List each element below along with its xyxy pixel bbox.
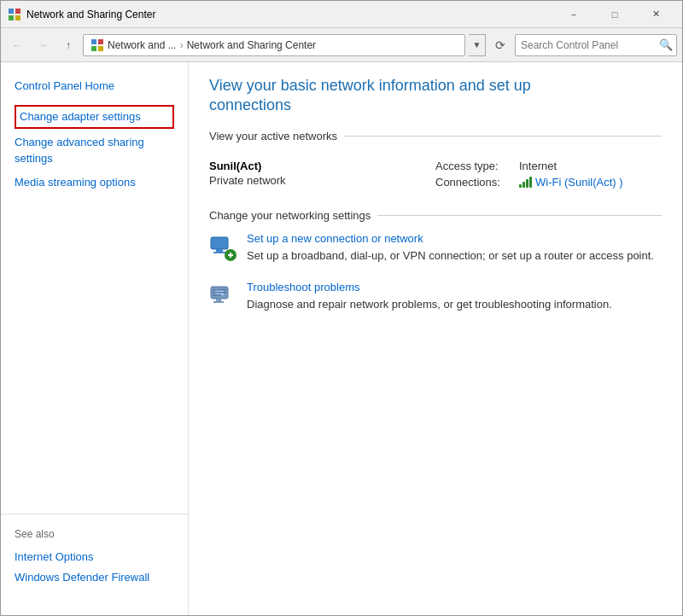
path-part1: Network and ... — [108, 39, 177, 51]
troubleshoot-icon — [209, 282, 236, 310]
svg-rect-20 — [213, 294, 221, 296]
see-also-label: See also — [15, 528, 174, 540]
svg-rect-4 — [91, 39, 96, 44]
svg-rect-3 — [15, 15, 20, 20]
address-bar: ← → ↑ Network and ... › Network and Shar… — [1, 28, 682, 62]
svg-rect-1 — [15, 9, 20, 14]
search-input[interactable] — [516, 39, 656, 51]
refresh-button[interactable]: ⟳ — [489, 34, 511, 56]
forward-button[interactable]: → — [32, 34, 54, 56]
path-icon — [90, 38, 104, 52]
active-networks-header: View your active networks — [209, 130, 662, 142]
sidebar-see-also: See also Internet Options Windows Defend… — [1, 514, 188, 601]
sidebar-item-control-panel-home[interactable]: Control Panel Home — [15, 76, 174, 96]
network-card: Sunil(Act) Private network Access type: … — [209, 153, 662, 195]
network-info: Sunil(Act) Private network — [209, 160, 435, 189]
sidebar-item-media-streaming[interactable]: Media streaming options — [15, 172, 174, 193]
access-type-value: Internet — [519, 160, 557, 172]
window-icon — [8, 8, 21, 21]
option2-desc: Diagnose and repair network problems, or… — [247, 298, 612, 311]
window-controls: − □ ✕ — [554, 3, 675, 26]
network-name: Sunil(Act) — [209, 160, 435, 172]
address-path: Network and ... › Network and Sharing Ce… — [83, 34, 465, 56]
wifi-connection-link[interactable]: Wi-Fi (Sunil(Act) ) — [519, 176, 623, 189]
svg-rect-18 — [213, 289, 226, 291]
connections-row: Connections: Wi-Fi (Sunil(Act) ) — [435, 176, 662, 189]
svg-rect-7 — [98, 46, 103, 51]
path-separator: › — [180, 39, 184, 51]
svg-rect-2 — [9, 15, 14, 20]
option2-content: Troubleshoot problems Diagnose and repai… — [247, 281, 662, 312]
sidebar-nav: Control Panel Home Change adapter settin… — [1, 76, 188, 514]
connections-label: Connections: — [435, 176, 512, 189]
content-area: Control Panel Home Change adapter settin… — [1, 62, 682, 615]
svg-rect-13 — [230, 253, 231, 258]
option2-link[interactable]: Troubleshoot problems — [247, 281, 662, 293]
main-panel: View your basic network information and … — [189, 62, 682, 615]
option1-content: Set up a new connection or network Set u… — [247, 232, 662, 264]
option-new-connection: Set up a new connection or network Set u… — [209, 232, 662, 264]
svg-rect-17 — [213, 301, 224, 303]
svg-rect-8 — [211, 237, 228, 249]
sidebar: Control Panel Home Change adapter settin… — [1, 62, 189, 615]
svg-rect-5 — [98, 39, 103, 44]
sidebar-item-windows-defender-firewall[interactable]: Windows Defender Firewall — [15, 567, 174, 588]
search-box: 🔍 — [515, 34, 677, 56]
option1-desc: Set up a broadband, dial-up, or VPN conn… — [247, 249, 654, 262]
option-troubleshoot: Troubleshoot problems Diagnose and repai… — [209, 281, 662, 312]
wifi-connection-name: Wi-Fi (Sunil(Act) ) — [535, 176, 623, 189]
sidebar-item-internet-options[interactable]: Internet Options — [15, 547, 174, 567]
up-button[interactable]: ↑ — [57, 34, 79, 56]
svg-rect-0 — [9, 9, 14, 14]
network-access: Access type: Internet Connections: — [435, 160, 662, 189]
svg-rect-19 — [213, 292, 226, 293]
svg-rect-6 — [91, 46, 96, 51]
access-type-label: Access type: — [435, 160, 512, 172]
maximize-button[interactable]: □ — [595, 3, 634, 26]
svg-rect-16 — [216, 299, 221, 301]
svg-rect-9 — [216, 249, 223, 252]
path-part2: Network and Sharing Center — [187, 39, 316, 51]
back-button[interactable]: ← — [6, 34, 28, 56]
close-button[interactable]: ✕ — [636, 3, 675, 26]
sidebar-item-change-adapter-settings[interactable]: Change adapter settings — [15, 105, 174, 129]
window-title: Network and Sharing Center — [26, 9, 554, 20]
page-title: View your basic network information and … — [209, 76, 662, 116]
window: Network and Sharing Center − □ ✕ ← → ↑ N… — [0, 0, 683, 616]
sidebar-item-change-advanced-sharing[interactable]: Change advanced sharing settings — [15, 132, 174, 168]
wifi-icon — [519, 176, 532, 188]
network-category: Private network — [209, 174, 435, 187]
svg-rect-10 — [213, 252, 225, 253]
networking-section: Change your networking settings — [209, 209, 662, 312]
new-connection-icon — [209, 234, 236, 261]
title-bar: Network and Sharing Center − □ ✕ — [1, 1, 682, 28]
search-button[interactable]: 🔍 — [656, 35, 676, 55]
path-dropdown-button[interactable]: ▼ — [469, 34, 486, 56]
access-type-row: Access type: Internet — [435, 160, 662, 172]
networking-settings-header: Change your networking settings — [209, 209, 662, 222]
minimize-button[interactable]: − — [554, 3, 593, 26]
option1-link[interactable]: Set up a new connection or network — [247, 232, 662, 245]
